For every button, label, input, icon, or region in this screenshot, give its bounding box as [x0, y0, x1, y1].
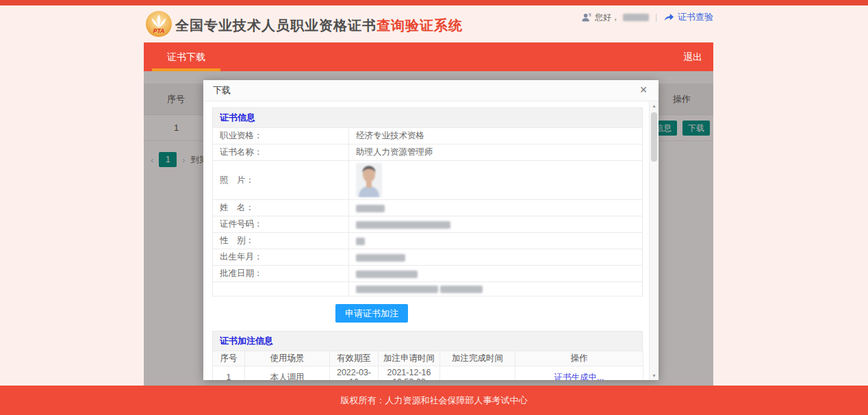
title-main: 全国专业技术人员职业资格证书	[175, 18, 376, 33]
scroll-up-icon[interactable]: ▲	[650, 103, 659, 108]
field-row: 批准日期：	[213, 266, 643, 282]
nav-item-label: 证书下载	[167, 51, 205, 62]
field-label: 出生年月：	[213, 249, 349, 266]
section-title-cert-info: 证书信息	[212, 108, 643, 127]
close-icon[interactable]: ×	[635, 80, 652, 101]
copyright-text: 版权所有：人力资源和社会保障部人事考试中心	[341, 395, 528, 405]
ann-scene: 本人调用	[245, 366, 330, 381]
annotation-row: 1 本人调用 2022-03-16 2021-12-16 10:53:02 证书…	[213, 366, 643, 381]
annotation-table: 序号 使用场景 有效期至 加注申请时间 加注完成时间 操作 1 本人调用 202…	[212, 351, 643, 380]
scroll-down-icon[interactable]: ▼	[650, 373, 659, 378]
modal-title: 下载	[213, 85, 231, 95]
ann-valid-until: 2022-03-16	[330, 366, 379, 381]
pta-logo: PTA	[145, 10, 173, 38]
username-redacted	[623, 14, 649, 21]
user-icon	[581, 12, 591, 23]
field-label: 姓 名：	[213, 200, 349, 216]
ann-complete-time	[440, 366, 515, 381]
field-label: 批准日期：	[213, 266, 349, 282]
field-value-redacted	[349, 266, 643, 282]
field-value-redacted	[349, 249, 643, 266]
share-arrow-icon	[663, 12, 674, 22]
ann-apply-time: 2021-12-16 10:53:02	[379, 366, 440, 381]
person-photo	[356, 163, 382, 197]
greeting-text: 您好，	[595, 12, 620, 23]
scrollbar-thumb[interactable]	[651, 112, 657, 162]
ann-seq: 1	[213, 366, 245, 381]
col-valid-until: 有效期至	[330, 351, 379, 366]
field-value: 助理人力资源管理师	[349, 144, 643, 161]
annotation-header-row: 序号 使用场景 有效期至 加注申请时间 加注完成时间 操作	[213, 351, 643, 366]
nav-item-cert-download[interactable]: 证书下载	[152, 42, 220, 71]
top-accent-strip	[0, 0, 868, 5]
col-seq: 序号	[213, 351, 245, 366]
field-label: 性 别：	[213, 233, 349, 249]
logo-text: PTA	[153, 27, 164, 34]
field-row: 证件号码：	[213, 216, 643, 233]
col-apply-time: 加注申请时间	[379, 351, 440, 366]
field-label: 职业资格：	[213, 128, 349, 144]
col-complete-time: 加注完成时间	[440, 351, 515, 366]
page-title: 全国专业技术人员职业资格证书查询验证系统	[175, 16, 463, 35]
field-label	[213, 282, 349, 297]
field-row: 性 别：	[213, 233, 643, 249]
site-header: PTA 全国专业技术人员职业资格证书查询验证系统 您好， | 证书查验	[144, 5, 713, 42]
field-row: 出生年月：	[213, 249, 643, 266]
field-value-redacted	[349, 216, 643, 233]
modal-body: 证书信息 职业资格： 经济专业技术资格 证书名称： 助理人力资源管理师 照 片：	[203, 101, 649, 380]
photo-cell	[349, 161, 643, 200]
section-title-annotation: 证书加注信息	[212, 331, 643, 351]
cert-generating-link[interactable]: 证书生成中...	[554, 373, 604, 381]
field-row: 姓 名：	[213, 200, 643, 216]
field-value-redacted	[349, 233, 643, 249]
field-label: 证书名称：	[213, 144, 349, 161]
cert-info-table: 职业资格： 经济专业技术资格 证书名称： 助理人力资源管理师 照 片：	[212, 127, 643, 297]
download-modal: 下载 × 证书信息 职业资格： 经济专业技术资格 证书名称： 助理人力资源管理师…	[203, 80, 659, 380]
field-row: 职业资格： 经济专业技术资格	[213, 128, 643, 144]
field-row: 证书名称： 助理人力资源管理师	[213, 144, 643, 161]
apply-annotation-button[interactable]: 申请证书加注	[335, 304, 408, 323]
title-accent: 查询验证系统	[376, 18, 463, 33]
modal-scrollbar[interactable]: ▲ ▼	[649, 101, 659, 380]
field-row	[213, 282, 643, 297]
field-value: 经济专业技术资格	[349, 128, 643, 144]
col-action: 操作	[515, 351, 643, 366]
field-label: 证件号码：	[213, 216, 349, 233]
separator: |	[655, 12, 657, 22]
main-nav: 证书下载 退出	[144, 42, 713, 71]
modal-header: 下载 ×	[203, 80, 659, 101]
field-row: 照 片：	[213, 161, 643, 200]
footer: 版权所有：人力资源和社会保障部人事考试中心	[0, 386, 868, 415]
field-label: 照 片：	[213, 161, 349, 200]
logout-button[interactable]: 退出	[683, 42, 702, 71]
field-value-redacted	[349, 200, 643, 216]
col-scene: 使用场景	[245, 351, 330, 366]
cert-verify-link[interactable]: 证书查验	[678, 11, 713, 23]
user-bar: 您好， | 证书查验	[581, 11, 713, 23]
field-value-redacted	[349, 282, 643, 297]
